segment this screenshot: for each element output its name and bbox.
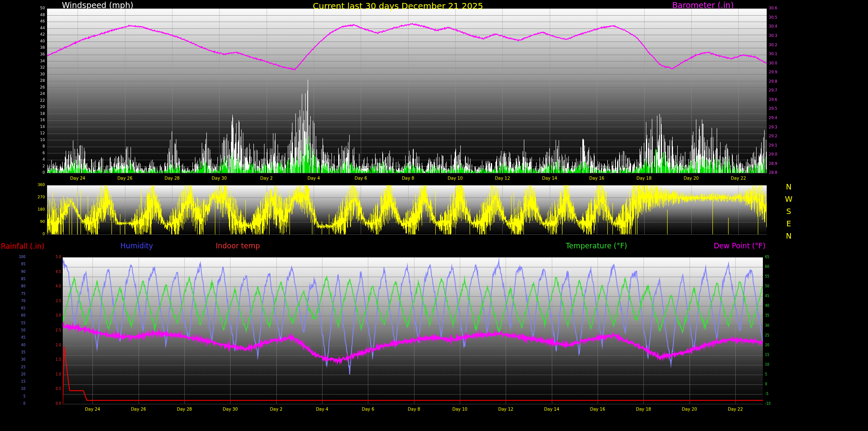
page-title: Current last 30 days December 21 2025 [313, 1, 483, 11]
compass-n-bottom: N [785, 230, 793, 242]
barometer-axis-title: Barometer (.in) [672, 0, 734, 10]
windspeed-axis-title: Windspeed (mph) [62, 0, 134, 10]
compass-s: S [785, 205, 793, 217]
humidity-series-label: Humidity [120, 242, 153, 250]
rainfall-axis-title: Rainfall (.in) [1, 242, 45, 250]
compass-n-top: N [785, 181, 793, 193]
compass-w: W [785, 193, 793, 205]
compass-e: E [785, 217, 793, 230]
weather-chart-canvas [0, 0, 868, 431]
dew-point-series-label: Dew Point (°F) [714, 242, 765, 250]
temperature-series-label: Temperature (°F) [566, 242, 627, 250]
indoor-temp-series-label: Indoor temp [216, 242, 260, 250]
compass-legend: N W S E N [785, 181, 793, 242]
